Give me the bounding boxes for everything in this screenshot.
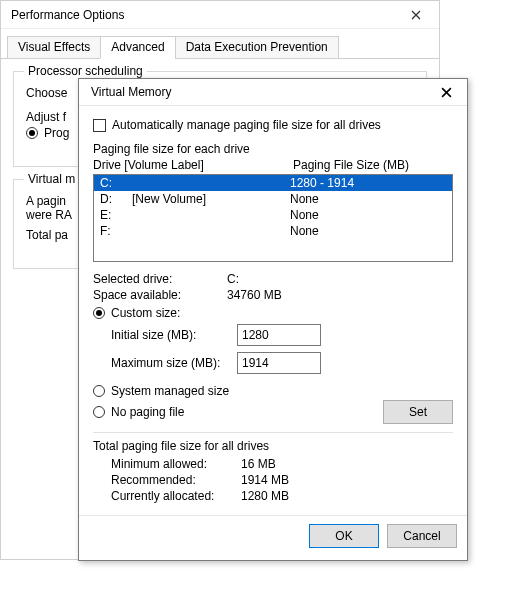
system-managed-label: System managed size (111, 384, 229, 398)
virtual-memory-dialog: Virtual Memory Automatically manage pagi… (78, 78, 468, 561)
radio-custom-size[interactable]: Custom size: (93, 306, 453, 320)
radio-dot-icon (93, 307, 105, 319)
cancel-button[interactable]: Cancel (387, 524, 457, 548)
drive-row[interactable]: E:None (94, 207, 452, 223)
tab-advanced[interactable]: Advanced (100, 36, 175, 59)
drive-row[interactable]: C:1280 - 1914 (94, 175, 452, 191)
selected-drive-label: Selected drive: (93, 272, 227, 286)
ok-button[interactable]: OK (309, 524, 379, 548)
initial-size-label: Initial size (MB): (111, 328, 237, 342)
drive-volume (132, 176, 290, 190)
custom-size-label: Custom size: (111, 306, 180, 320)
drive-letter: D: (100, 192, 132, 206)
radio-dot-icon (93, 406, 105, 418)
drive-list[interactable]: C:1280 - 1914D:[New Volume]NoneE:NoneF:N… (93, 174, 453, 262)
checkbox-icon (93, 119, 106, 132)
drive-letter: C: (100, 176, 132, 190)
minimum-allowed-label: Minimum allowed: (111, 457, 241, 471)
minimum-allowed-value: 16 MB (241, 457, 276, 471)
space-available-label: Space available: (93, 288, 227, 302)
header-size: Paging File Size (MB) (293, 158, 409, 172)
drive-list-label: Paging file size for each drive (93, 142, 453, 156)
radio-programs-label: Prog (44, 126, 69, 140)
drive-row[interactable]: D:[New Volume]None (94, 191, 452, 207)
currently-allocated-value: 1280 MB (241, 489, 289, 503)
header-drive: Drive [Volume Label] (93, 158, 293, 172)
drive-size: 1280 - 1914 (290, 176, 446, 190)
recommended-label: Recommended: (111, 473, 241, 487)
totals-header: Total paging file size for all drives (93, 439, 453, 453)
drive-letter: F: (100, 224, 132, 238)
recommended-value: 1914 MB (241, 473, 289, 487)
maximum-size-label: Maximum size (MB): (111, 356, 237, 370)
dialog-titlebar: Virtual Memory (79, 79, 467, 106)
group-legend: Processor scheduling (24, 64, 147, 78)
auto-manage-checkbox[interactable]: Automatically manage paging file size fo… (93, 118, 453, 132)
drive-row[interactable]: F:None (94, 223, 452, 239)
selected-drive-value: C: (227, 272, 239, 286)
drive-letter: E: (100, 208, 132, 222)
tab-strip: Visual Effects Advanced Data Execution P… (1, 29, 439, 59)
drive-volume (132, 208, 290, 222)
dialog-title: Virtual Memory (91, 85, 171, 99)
set-button[interactable]: Set (383, 400, 453, 424)
currently-allocated-label: Currently allocated: (111, 489, 241, 503)
drive-size: None (290, 208, 446, 222)
no-paging-label: No paging file (111, 405, 184, 419)
auto-manage-label: Automatically manage paging file size fo… (112, 118, 381, 132)
radio-no-paging[interactable]: No paging file (93, 405, 383, 419)
close-icon[interactable] (401, 10, 431, 20)
drive-volume (132, 224, 290, 238)
tab-dep[interactable]: Data Execution Prevention (175, 36, 339, 59)
space-available-value: 34760 MB (227, 288, 282, 302)
drive-size: None (290, 224, 446, 238)
close-icon[interactable] (431, 87, 461, 98)
drive-volume: [New Volume] (132, 192, 290, 206)
window-title: Performance Options (11, 8, 124, 22)
radio-dot-icon (93, 385, 105, 397)
drive-size: None (290, 192, 446, 206)
group-legend: Virtual m (24, 172, 79, 186)
maximum-size-input[interactable] (237, 352, 321, 374)
radio-dot-icon (26, 127, 38, 139)
tab-visual-effects[interactable]: Visual Effects (7, 36, 101, 59)
initial-size-input[interactable] (237, 324, 321, 346)
titlebar: Performance Options (1, 1, 439, 29)
radio-system-managed[interactable]: System managed size (93, 384, 453, 398)
